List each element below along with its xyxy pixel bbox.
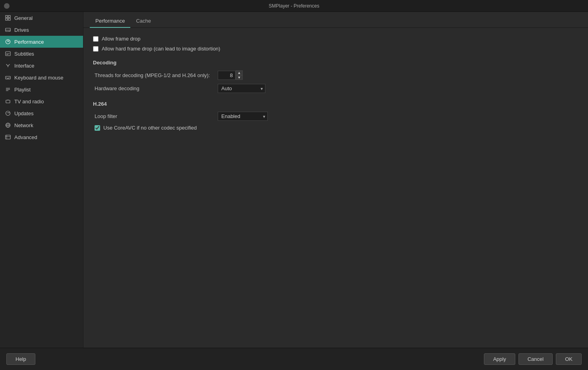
sidebar-item-tv[interactable]: TV and radio xyxy=(0,95,83,107)
svg-rect-27 xyxy=(6,135,10,139)
svg-point-23 xyxy=(6,111,10,116)
ok-button[interactable]: OK xyxy=(556,353,582,365)
sidebar-label-network: Network xyxy=(14,122,33,128)
tab-bar: Performance Cache xyxy=(83,12,588,28)
sidebar-label-tv: TV and radio xyxy=(14,99,44,105)
threads-row: Threads for decoding (MPEG-1/2 and H.264… xyxy=(93,70,578,80)
loop-filter-row: Loop filter Enabled Skip non-ref Skip bi… xyxy=(93,112,578,121)
bottom-bar: Help Apply Cancel OK xyxy=(0,348,588,370)
help-button[interactable]: Help xyxy=(6,353,35,365)
window-title: SMPlayer - Preferences xyxy=(269,3,319,9)
sidebar-label-playlist: Playlist xyxy=(14,87,31,93)
sidebar-item-drives[interactable]: Drives xyxy=(0,24,83,36)
allow-hard-frame-drop-label[interactable]: Allow hard frame drop (can lead to image… xyxy=(102,46,220,52)
allow-hard-frame-drop-checkbox[interactable] xyxy=(93,46,99,52)
allow-hard-frame-drop-row: Allow hard frame drop (can lead to image… xyxy=(93,46,578,52)
svg-rect-20 xyxy=(6,100,10,103)
sidebar-label-performance: Performance xyxy=(14,39,44,45)
spinbox-down[interactable]: ▼ xyxy=(236,75,243,80)
performance-icon xyxy=(5,39,11,45)
sidebar-item-playlist[interactable]: Playlist xyxy=(0,83,83,95)
loop-filter-select[interactable]: Enabled Skip non-ref Skip bidir Skip all… xyxy=(218,112,268,121)
frame-drop-group: Allow frame drop Allow hard frame drop (… xyxy=(93,36,578,52)
sidebar-label-interface: Interface xyxy=(14,63,35,69)
advanced-icon xyxy=(5,134,11,140)
coreavc-row: Use CoreAVC if no other codec specified xyxy=(93,125,578,131)
use-coreavc-checkbox[interactable] xyxy=(95,125,100,131)
tab-cache[interactable]: Cache xyxy=(130,15,157,28)
sidebar-item-network[interactable]: Network xyxy=(0,119,83,131)
allow-frame-drop-checkbox[interactable] xyxy=(93,36,99,42)
sidebar-item-performance[interactable]: Performance xyxy=(0,36,83,48)
tv-icon xyxy=(5,98,11,105)
svg-rect-4 xyxy=(6,28,10,31)
interface-icon xyxy=(5,62,11,69)
sidebar-label-general: General xyxy=(14,15,33,21)
decoding-group: Decoding Threads for decoding (MPEG-1/2 … xyxy=(93,60,578,93)
allow-frame-drop-row: Allow frame drop xyxy=(93,36,578,42)
close-button[interactable] xyxy=(4,3,10,9)
sidebar-item-interface[interactable]: Interface xyxy=(0,60,83,72)
threads-spinbox: 8 ▲ ▼ xyxy=(218,70,243,80)
keyboard-icon xyxy=(5,74,11,81)
hardware-decoding-row: Hardware decoding Auto None VDPAU VAAPI … xyxy=(93,84,578,93)
h264-group: H.264 Loop filter Enabled Skip non-ref S… xyxy=(93,101,578,131)
loop-filter-label: Loop filter xyxy=(95,113,214,119)
updates-icon xyxy=(5,110,11,116)
threads-label: Threads for decoding (MPEG-1/2 and H.264… xyxy=(95,72,214,78)
sidebar-item-advanced[interactable]: Advanced xyxy=(0,131,83,143)
allow-frame-drop-label[interactable]: Allow frame drop xyxy=(102,36,141,42)
sidebar: General Drives Performance xyxy=(0,12,83,348)
sidebar-label-drives: Drives xyxy=(14,27,29,33)
subtitles-icon xyxy=(5,50,11,57)
h264-title: H.264 xyxy=(93,101,578,107)
svg-rect-1 xyxy=(8,15,10,17)
hardware-decoding-select-wrapper: Auto None VDPAU VAAPI DXVA2 xyxy=(218,84,265,93)
tab-performance[interactable]: Performance xyxy=(90,15,130,28)
playlist-icon xyxy=(5,86,11,93)
use-coreavc-label[interactable]: Use CoreAVC if no other codec specified xyxy=(103,125,197,131)
svg-rect-3 xyxy=(8,18,10,20)
threads-input[interactable]: 8 xyxy=(218,71,236,80)
action-buttons: Apply Cancel OK xyxy=(484,353,582,365)
hardware-decoding-label: Hardware decoding xyxy=(95,85,214,91)
network-icon xyxy=(5,122,11,128)
hardware-decoding-select[interactable]: Auto None VDPAU VAAPI DXVA2 xyxy=(218,84,265,93)
sidebar-item-subtitles[interactable]: Subtitles xyxy=(0,48,83,60)
general-icon xyxy=(5,15,11,21)
decoding-title: Decoding xyxy=(93,60,578,66)
apply-button[interactable]: Apply xyxy=(484,353,515,365)
drives-icon xyxy=(5,27,11,33)
svg-rect-2 xyxy=(6,18,8,20)
spinbox-buttons: ▲ ▼ xyxy=(236,70,243,80)
sidebar-label-subtitles: Subtitles xyxy=(14,51,34,57)
sidebar-label-keyboard: Keyboard and mouse xyxy=(14,75,64,81)
sidebar-item-keyboard[interactable]: Keyboard and mouse xyxy=(0,72,83,83)
loop-filter-select-wrapper: Enabled Skip non-ref Skip bidir Skip all… xyxy=(218,112,268,121)
cancel-button[interactable]: Cancel xyxy=(518,353,553,365)
sidebar-item-updates[interactable]: Updates xyxy=(0,107,83,119)
titlebar: SMPlayer - Preferences xyxy=(0,0,588,12)
sidebar-label-updates: Updates xyxy=(14,110,33,116)
sidebar-item-general[interactable]: General xyxy=(0,12,83,24)
svg-rect-0 xyxy=(6,15,8,17)
svg-point-6 xyxy=(9,31,10,32)
settings-panel: Allow frame drop Allow hard frame drop (… xyxy=(83,28,588,348)
spinbox-up[interactable]: ▲ xyxy=(236,70,243,75)
sidebar-label-advanced: Advanced xyxy=(14,134,37,140)
content-area: Performance Cache Allow frame drop Allow… xyxy=(83,12,588,348)
